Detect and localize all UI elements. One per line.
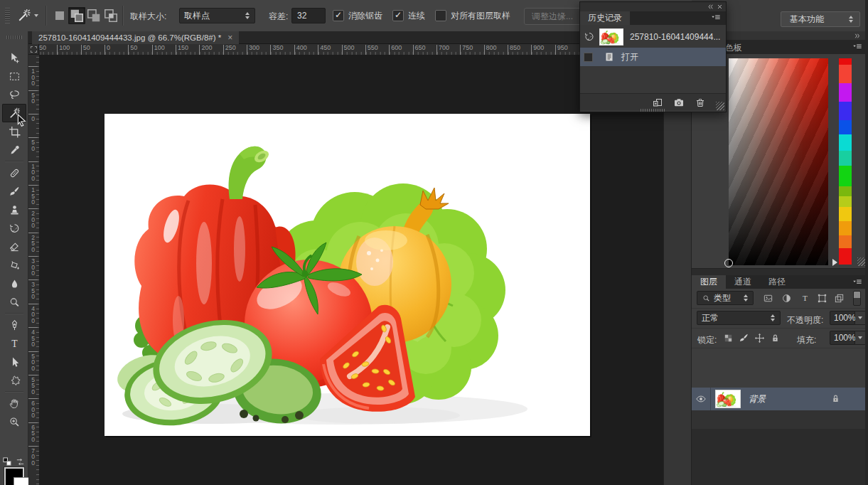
set-source-well[interactable]	[584, 53, 593, 62]
tool-eraser[interactable]	[2, 238, 26, 256]
history-snapshot-row[interactable]: 257810-16041409444...	[580, 28, 726, 46]
collapse-dock-icon[interactable]	[852, 32, 862, 40]
panel-resize-grip[interactable]	[641, 109, 666, 112]
layer-thumbnail[interactable]	[715, 390, 741, 408]
resize-grip[interactable]	[716, 102, 724, 110]
blend-mode-dropdown[interactable]: 正常	[697, 311, 781, 325]
filter-toggle[interactable]	[853, 291, 861, 306]
checkbox-消除锯齿[interactable]: ✓消除锯齿	[333, 10, 382, 22]
refine-edge-button[interactable]: 调整边缘...	[524, 8, 581, 25]
tool-dodge[interactable]	[2, 293, 26, 311]
tool-spot-healing-brush[interactable]	[2, 164, 26, 182]
close-icon[interactable]: ×	[227, 33, 232, 43]
color-field[interactable]	[729, 58, 828, 265]
tab-history[interactable]: 历史记录	[580, 11, 630, 25]
tool-rectangular-marquee[interactable]	[2, 67, 26, 85]
document-tab[interactable]: 257810-16041409444433.jpg @ 66.7%(RGB/8#…	[32, 31, 239, 44]
tool-lasso[interactable]	[2, 85, 26, 104]
ruler-label: 200	[199, 45, 212, 55]
history-brush-source-icon[interactable]	[584, 31, 595, 43]
layer-filter-dropdown[interactable]: 类型	[697, 291, 754, 305]
ruler-label: 600	[389, 45, 402, 55]
collapse-panel-icon[interactable]	[707, 3, 714, 11]
filter-type-layers-icon[interactable]: T	[800, 293, 810, 304]
filter-pixel-layers-icon[interactable]	[763, 293, 773, 304]
canvas[interactable]	[105, 114, 590, 436]
panel-menu-icon[interactable]	[851, 277, 864, 287]
tool-clone-stamp[interactable]	[2, 201, 26, 219]
opacity-value[interactable]: 100%	[830, 311, 855, 325]
tool-custom-shape[interactable]	[2, 371, 26, 390]
new-selection-button[interactable]	[51, 7, 68, 24]
tool-hand[interactable]	[2, 394, 26, 412]
tab-路径[interactable]: 路径	[760, 275, 794, 289]
tool-horizontal-type[interactable]: T	[2, 334, 26, 353]
tool-eyedropper[interactable]	[2, 141, 26, 159]
visibility-well[interactable]	[692, 388, 711, 410]
history-state-row[interactable]: 打开	[580, 48, 726, 66]
lock-all-icon[interactable]	[770, 333, 781, 343]
checkbox-box[interactable]: ✓	[392, 10, 404, 21]
ruler-origin[interactable]	[28, 44, 39, 55]
tab-通道[interactable]: 通道	[726, 275, 760, 289]
lock-position-icon[interactable]	[754, 333, 765, 343]
ruler-label: 5 5 0	[28, 375, 38, 395]
options-bar-grip[interactable]	[5, 8, 10, 23]
color-field-marker[interactable]	[724, 259, 733, 267]
tolerance-input[interactable]: 32	[291, 8, 326, 23]
ruler-label: 0	[28, 114, 38, 122]
close-panel-icon[interactable]	[716, 3, 724, 11]
delete-state-icon[interactable]	[695, 97, 706, 108]
history-content: 257810-16041409444... 打开	[580, 25, 726, 93]
sample-size-dropdown[interactable]: 取样点	[179, 8, 255, 23]
ruler-label: 1 0 0	[28, 161, 38, 182]
lock-paint-icon[interactable]	[739, 333, 749, 343]
ruler-label: 100	[57, 45, 70, 55]
ruler-label: 1 0 0	[28, 66, 38, 87]
ruler-label: 150	[39, 45, 46, 55]
filter-smart-object-icon[interactable]	[834, 293, 845, 304]
panel-menu-icon[interactable]	[851, 42, 864, 52]
layer-row[interactable]: 背景	[692, 388, 868, 410]
history-titlebar	[580, 2, 726, 11]
lock-transparency-icon[interactable]	[723, 333, 734, 343]
subtract-from-selection-button[interactable]	[85, 7, 102, 24]
tool-path-selection[interactable]	[2, 353, 26, 371]
horizontal-ruler[interactable]: 1501005005010015020025030035040045050055…	[39, 44, 663, 55]
checkbox-box[interactable]: ✓	[333, 10, 344, 21]
checkbox-box[interactable]	[435, 10, 446, 21]
hue-slider-marker[interactable]	[832, 259, 837, 266]
fill-dropdown-button[interactable]	[855, 331, 866, 345]
tool-paint-bucket[interactable]	[2, 256, 26, 275]
new-document-from-state-icon[interactable]	[652, 97, 663, 108]
tool-preset-picker[interactable]	[17, 7, 44, 24]
hue-slider[interactable]	[839, 58, 852, 265]
vertical-ruler[interactable]: 1 0 05 005 01 0 01 5 02 0 02 5 03 0 03 5…	[28, 55, 40, 485]
checkbox-连续[interactable]: ✓连续	[392, 10, 425, 22]
tool-zoom[interactable]	[2, 412, 26, 431]
checkbox-对所有图层取样[interactable]: 对所有图层取样	[435, 10, 510, 22]
panel-menu-icon[interactable]	[709, 13, 722, 23]
default-colors-icon[interactable]	[2, 457, 13, 467]
eye-icon[interactable]	[695, 393, 707, 405]
tab-图层[interactable]: 图层	[692, 275, 726, 289]
tool-pen[interactable]	[2, 316, 26, 334]
sample-size-label: 取样大小:	[130, 11, 166, 23]
toolbox-grip[interactable]	[6, 36, 22, 39]
tool-blur[interactable]	[2, 275, 26, 293]
add-to-selection-button[interactable]	[68, 7, 85, 24]
ruler-label: 50	[81, 45, 90, 55]
tool-brush[interactable]	[2, 182, 26, 201]
filter-adjustment-layers-icon[interactable]	[781, 293, 792, 304]
fill-value[interactable]: 100%	[830, 331, 855, 345]
tool-history-brush[interactable]	[2, 219, 26, 238]
tool-move[interactable]	[2, 48, 26, 67]
filter-shape-layers-icon[interactable]	[817, 293, 827, 304]
intersect-selection-button[interactable]	[102, 7, 119, 24]
workspace-switcher[interactable]: 基本功能	[781, 11, 860, 27]
new-snapshot-icon[interactable]	[673, 97, 685, 108]
swap-colors-icon[interactable]	[15, 457, 26, 467]
tab-swatches[interactable]: 色板	[725, 42, 742, 54]
snapshot-thumbnail[interactable]	[599, 28, 623, 46]
opacity-dropdown-button[interactable]	[855, 311, 866, 325]
